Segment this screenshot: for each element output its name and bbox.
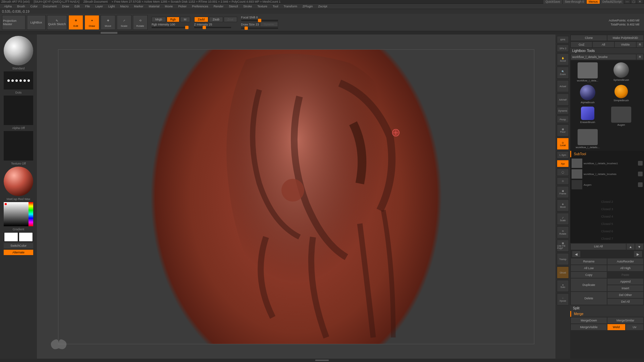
menu-material[interactable]: Material (146, 5, 162, 8)
goz-r-button[interactable]: R (637, 42, 643, 47)
switch-color-button[interactable]: SwitchColor (4, 243, 33, 248)
z-intensity-slider[interactable] (194, 27, 231, 28)
rename-button[interactable]: Rename (571, 258, 607, 264)
brush-preview[interactable] (4, 36, 33, 65)
tool-item[interactable]: workflow_l_deta... (571, 61, 604, 83)
subtool-slot[interactable]: Closed 5 (571, 220, 643, 228)
all-low-button[interactable]: All Low (571, 265, 607, 271)
menu-render[interactable]: Render (211, 5, 226, 8)
draw-button[interactable]: ✦Draw (85, 15, 99, 30)
menu-zplugin[interactable]: ZPlugin (300, 5, 316, 8)
menu-macro[interactable]: Macro (117, 5, 131, 8)
menu-tool[interactable]: Tool (270, 5, 281, 8)
h-scroll-strip[interactable] (0, 31, 644, 35)
fit-view-button[interactable]: ◎ (557, 177, 569, 185)
center-view-button[interactable]: ◯ (557, 169, 569, 176)
bottom-bar[interactable] (0, 359, 644, 362)
minimize-icon[interactable]: — (625, 0, 630, 3)
focal-shift-slider[interactable] (241, 20, 278, 21)
zcut-button[interactable]: Zcut (224, 17, 237, 22)
subtool-slot[interactable]: Closed 3 (571, 205, 643, 213)
tool-item[interactable]: AlphaBrush (571, 83, 604, 105)
all-high-button[interactable]: All High (607, 265, 643, 271)
menu-stroke[interactable]: Stroke (240, 5, 255, 8)
secondary-color-swatch[interactable] (19, 232, 33, 242)
subtool-slot[interactable]: Closed 2 (571, 198, 643, 205)
color-picker[interactable] (4, 202, 33, 226)
stroke-preview[interactable] (4, 71, 33, 89)
subtool-slot[interactable]: Closed 6 (571, 228, 643, 235)
zadd-button[interactable]: Zadd (194, 17, 209, 22)
menu-color[interactable]: Color (28, 5, 41, 8)
menu-file[interactable]: File (83, 5, 93, 8)
split-section[interactable]: Split (570, 305, 644, 311)
subtool-slot[interactable]: Closed 4 (571, 213, 643, 220)
menus-button[interactable]: Menus (587, 0, 600, 4)
alpha-preview[interactable] (4, 96, 33, 125)
goz-visible-button[interactable]: Visible (615, 42, 636, 47)
merge-visible-button[interactable]: MergeVisible (571, 324, 607, 330)
scroll-button[interactable]: ✋Scroll (557, 53, 569, 65)
del-all-button[interactable]: Del All (607, 299, 643, 305)
spix-button[interactable]: SPix 3 (557, 45, 569, 52)
menu-edit[interactable]: Edit (72, 5, 83, 8)
rotate-button[interactable]: ⟲Rotate (133, 15, 148, 30)
rgb-intensity-slider[interactable] (152, 27, 189, 28)
prev-subtool-button[interactable]: ◀ (572, 251, 580, 257)
menu-draw[interactable]: Draw (59, 5, 72, 8)
dynamic-persp-button[interactable]: Dynamic (557, 107, 569, 114)
dynamic-button[interactable]: Dynamic (260, 22, 278, 27)
menu-texture[interactable]: Texture (255, 5, 270, 8)
menu-marker[interactable]: Marker (131, 5, 146, 8)
aahalf-button[interactable]: AAHalf (557, 94, 569, 106)
rotate-view-button[interactable]: ⟲Rotate (557, 226, 569, 238)
lightbox-button[interactable]: LightBox (27, 15, 46, 30)
zsub-button[interactable]: Zsub (209, 17, 223, 22)
solo-button[interactable]: ●Solo (557, 280, 569, 292)
maximize-icon[interactable]: ▢ (631, 0, 636, 3)
menu-preferences[interactable]: Preferences (189, 5, 211, 8)
tool-item[interactable]: workflow_l_details... (571, 128, 604, 150)
subtool-item[interactable]: Augen (571, 179, 643, 190)
mrgb-button[interactable]: Mrgb (152, 17, 166, 22)
tool-item[interactable]: SphereBrush (604, 61, 638, 83)
clone-button[interactable]: Clone (571, 35, 607, 41)
subtool-item[interactable]: workflow_l_details_brushes (571, 169, 643, 179)
subtool-slot[interactable]: Closed 7 (571, 235, 643, 242)
menu-brush[interactable]: Brush (14, 5, 28, 8)
uv-button[interactable]: Uv (626, 324, 644, 330)
load-tool-button[interactable]: workflow_l_details_brushe (571, 54, 636, 60)
default-script-button[interactable]: DefaultZScript (600, 0, 624, 4)
bpr-button[interactable]: BPR (557, 36, 569, 43)
insert-button[interactable]: Insert (607, 285, 643, 291)
draw-size-slider[interactable] (241, 27, 278, 29)
lsym-button[interactable]: L.Sym (557, 151, 569, 159)
alternate-button[interactable]: Alternate (4, 250, 33, 255)
eye-icon[interactable] (638, 161, 643, 166)
menu-light[interactable]: Light (106, 5, 118, 8)
viewport[interactable] (58, 49, 534, 344)
delete-button[interactable]: Delete (571, 292, 607, 305)
menu-alpha[interactable]: Alpha (1, 5, 14, 8)
quicksave-button[interactable]: QuickSave (543, 0, 562, 4)
polyf-button[interactable]: ▦Line Fill PolyF (557, 240, 569, 252)
make-polymesh-button[interactable]: Make PolyMesh3D (607, 35, 643, 41)
main-color-swatch[interactable] (4, 232, 18, 242)
close-icon[interactable]: ✕ (637, 0, 643, 3)
subtool-header[interactable]: SubTool (570, 151, 644, 157)
merge-section[interactable]: Merge (570, 311, 644, 317)
transp-button[interactable]: Transp (557, 253, 569, 265)
del-other-button[interactable]: Del Other (607, 292, 643, 298)
lightbox-tools-header[interactable]: Lightbox› Tools (570, 48, 644, 54)
autoreorder-button[interactable]: AutoReorder (607, 258, 643, 264)
xpose-button[interactable]: ⁘Xpose (557, 293, 569, 305)
m-button[interactable]: M (180, 17, 190, 22)
tool-item[interactable]: Augen (604, 105, 638, 128)
move-down-button[interactable]: ▼ (635, 244, 643, 250)
tool-item[interactable]: EraserBrush (571, 105, 604, 128)
menu-stencil[interactable]: Stencil (226, 5, 240, 8)
projection-master-button[interactable]: Projection Master (2, 15, 25, 30)
move-view-button[interactable]: ✥Move (557, 199, 569, 212)
duplicate-button[interactable]: Duplicate (571, 279, 607, 291)
menu-movie[interactable]: Movie (162, 5, 175, 8)
